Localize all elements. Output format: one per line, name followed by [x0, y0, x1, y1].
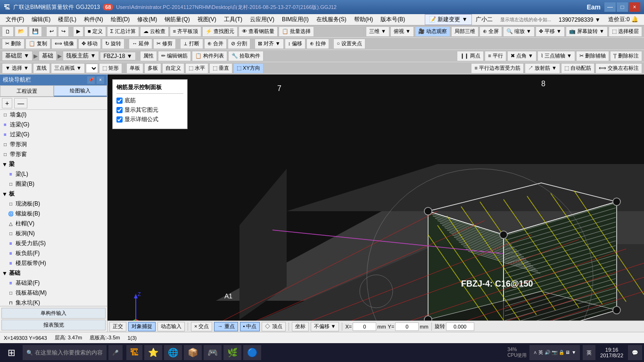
new-change-button[interactable]: 📝 新建变更 ▼ — [425, 14, 472, 25]
property-button[interactable]: 属性 — [140, 51, 157, 61]
menu-edit[interactable]: 编辑(E) — [28, 15, 54, 25]
breadcrumb-layer[interactable]: 基础层 ▼ — [2, 51, 33, 61]
find-element-button[interactable]: ⚡ 查找图元 — [202, 26, 238, 37]
add-tree-item-button[interactable]: + — [2, 98, 12, 108]
arc-button[interactable]: 三点画弧 ▼ — [51, 63, 85, 74]
parallel-edge-button[interactable]: ≡ 平行边布置受力筋 — [471, 63, 523, 74]
no-offset-button[interactable]: 不偏移 ▼ — [311, 322, 339, 331]
intersection-button[interactable]: × 交点 — [191, 322, 212, 331]
rect-button[interactable]: ⬚ 矩形 — [99, 63, 122, 74]
extend-button[interactable]: ↔ 延伸 — [129, 39, 152, 49]
notification-button[interactable]: 💬 — [628, 345, 642, 360]
drawing-input-button[interactable]: 绘图输入 — [54, 85, 107, 97]
pick-member-button[interactable]: 🔧 拾取构件 — [228, 51, 264, 61]
minimize-button[interactable]: — — [604, 2, 616, 12]
define-button[interactable]: ■ 定义 — [84, 26, 106, 37]
parallel-button[interactable]: ≡ 平行 — [485, 51, 506, 61]
vertical-button[interactable]: ⬚ 垂直 — [209, 63, 232, 74]
voice-input-button[interactable]: 🎤 — [108, 345, 123, 360]
clock[interactable]: 19:16 2017/8/22 — [598, 347, 625, 358]
angle-select[interactable] — [86, 64, 98, 73]
dynamic-observe-button[interactable]: 🎥 动态观察 — [415, 26, 450, 37]
search-button[interactable]: 🔍 在这里输入你要搜索的内容 — [23, 345, 107, 360]
tree-group-slab[interactable]: ▼ 板 — [0, 189, 107, 199]
tree-item-found-beam[interactable]: ≡ 基础梁(F) — [6, 278, 107, 288]
single-member-button[interactable]: 单构件输入 — [1, 308, 106, 319]
x-input[interactable] — [353, 322, 376, 331]
tray-icons-button[interactable]: ∧ 英 🔊 📷 🔒 🖥 ▼ — [529, 345, 580, 360]
merge-button[interactable]: ⊕ 合并 — [204, 39, 227, 49]
tree-item-spiral-slab[interactable]: 🌀 螺旋板(B) — [6, 209, 107, 219]
tree-item-strip-window[interactable]: □ 带形窗 — [0, 149, 107, 159]
screen-rotate-button[interactable]: 📺 屏幕旋转 ▼ — [566, 26, 608, 37]
delete-button[interactable]: ✂ 删除 — [2, 39, 25, 49]
endpoint-button[interactable]: → 重点 — [214, 322, 238, 331]
taskbar-app-gjd[interactable]: 🏗 — [126, 345, 142, 360]
tree-item-cast-slab[interactable]: □ 现浇板(B) — [6, 199, 107, 209]
tree-group-beam[interactable]: ▼ 梁 — [0, 159, 107, 169]
taskbar-app-browser[interactable]: 🔵 — [243, 345, 261, 360]
tree-item-slab-hole[interactable]: □ 板洞(N) — [6, 229, 107, 239]
menu-rebar-qty[interactable]: 钢筋量(Q) — [161, 15, 193, 25]
open-file-button[interactable]: 📂 — [15, 26, 28, 37]
custom-button[interactable]: 自定义 — [162, 63, 184, 74]
menu-tools[interactable]: 工具(T) — [220, 15, 246, 25]
select-mode-button[interactable]: ▼ 选择 ▼ — [2, 63, 32, 74]
select-floor-button[interactable]: ⬚ 选择楼层 — [609, 26, 642, 37]
breadcrumb-base[interactable]: 基础 — [39, 51, 57, 61]
split-button[interactable]: ⊘ 分割 — [228, 39, 250, 49]
project-settings-button[interactable]: 工程设置 — [0, 85, 54, 97]
sum-calc-button[interactable]: Σ 汇总计算 — [107, 26, 139, 37]
horizontal-button[interactable]: ⬚ 水平 — [185, 63, 208, 74]
tree-item-strip-hole[interactable]: □ 带形洞 — [0, 140, 107, 149]
zoom-button[interactable]: 🔍 缩放 ▼ — [503, 26, 535, 37]
mirror-button[interactable]: ⟺ 镜像 — [51, 39, 77, 49]
fullscreen-button[interactable]: ⊕ 全屏 — [479, 26, 502, 37]
assistant-button[interactable]: 广小二 — [472, 15, 496, 25]
menu-online[interactable]: 在线服务(S) — [313, 15, 350, 25]
view-rebar-button[interactable]: 👁 查看钢筋量 — [239, 26, 278, 37]
tree-item-wallniche[interactable]: □ 墙龛(I) — [0, 110, 107, 120]
cloud-check-button[interactable]: ☁ 云检查 — [140, 26, 169, 37]
object-snap-button[interactable]: 对象捕捉 — [128, 322, 156, 331]
menu-view[interactable]: 视图(V) — [194, 15, 220, 25]
multi-board-button[interactable]: 多板 — [144, 63, 161, 74]
coord-button[interactable]: 坐标 — [292, 322, 309, 331]
show-other-checkbox[interactable] — [116, 107, 123, 113]
taskbar-app-green[interactable]: 🌿 — [223, 345, 241, 360]
copy-button[interactable]: 📋 复制 — [25, 39, 50, 49]
tree-item-sump-pit[interactable]: ⊓ 集水坑(K) — [6, 298, 107, 306]
member-list-button[interactable]: 📋 构件列表 — [192, 51, 227, 61]
three-point-aux-button[interactable]: ⌇ 三点辅轴 ▼ — [537, 51, 575, 61]
level-top-button[interactable]: ≡ 齐平板顶 — [170, 26, 201, 37]
move-button[interactable]: ✥ 移动 — [78, 39, 101, 49]
tree-item-column-cap[interactable]: △ 柱帽(V) — [6, 219, 107, 229]
delete-aux-button[interactable]: ✂ 删除辅轴 — [576, 51, 609, 61]
taskbar-app-package[interactable]: 📦 — [184, 345, 202, 360]
midpoint-button[interactable]: • 中点 — [240, 322, 260, 331]
bottom-rebar-checkbox[interactable] — [116, 98, 123, 104]
maximize-button[interactable]: □ — [617, 2, 628, 12]
menu-member[interactable]: 构件(N) — [80, 15, 107, 25]
local-3d-button[interactable]: 局部三维 — [451, 26, 479, 37]
pin-button[interactable]: 📌 — [87, 76, 95, 84]
language-button[interactable]: 英 — [583, 345, 595, 360]
top-view-button[interactable]: 俯视 ▼ — [390, 26, 414, 37]
tree-item-coupling-beam[interactable]: ≡ 连梁(G) — [0, 120, 107, 130]
save-button[interactable]: 💾 — [29, 26, 42, 37]
batch-select-button[interactable]: 📋 批量选择 — [279, 26, 314, 37]
menu-help[interactable]: 帮助(H) — [350, 15, 377, 25]
new-file-button[interactable]: 🗋 — [2, 26, 14, 37]
run-button[interactable]: ▶ — [73, 26, 83, 37]
edit-rebar-button[interactable]: ✏ 编辑钢筋 — [158, 51, 191, 61]
radial-rebar-button[interactable]: ↗ 放射筋 ▼ — [525, 63, 560, 74]
xy-direction-button[interactable]: ⬚ XY方向 — [233, 63, 264, 74]
menu-draw[interactable]: 绘图(D) — [107, 15, 134, 25]
menu-floor[interactable]: 楼层(L) — [54, 15, 80, 25]
breadcrumb-rebar-main[interactable]: 筏板主筋 ▼ — [63, 51, 99, 61]
breadcrumb-member-id[interactable]: FBZJ-18 ▼ — [100, 52, 135, 60]
delete-note-button[interactable]: '|' 删除标注 — [610, 51, 642, 61]
menu-modify[interactable]: 修改(M) — [133, 15, 161, 25]
menu-bim[interactable]: BIM应用(I) — [278, 15, 313, 25]
sidebar-close-button[interactable]: × — [97, 76, 104, 84]
